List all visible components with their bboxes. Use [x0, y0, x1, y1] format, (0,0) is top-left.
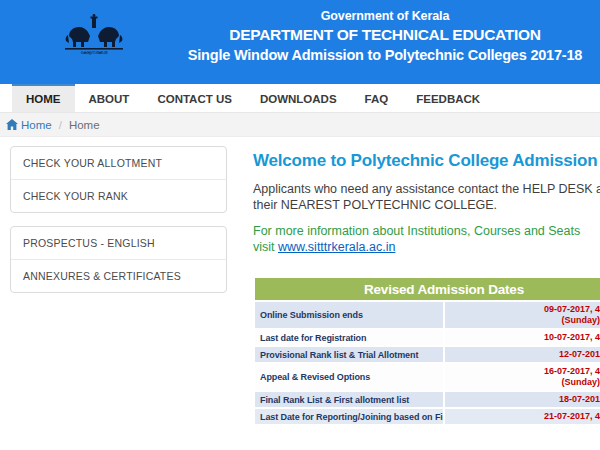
table-row: Final Rank List & First allotment list18… [255, 392, 600, 407]
event-label: Final Rank List & First allotment list [255, 392, 443, 407]
sidebar-item-check-your-rank[interactable]: CHECK YOUR RANK [11, 180, 226, 212]
tab-feedback[interactable]: FEEDBACK [402, 84, 494, 112]
admission-dates-table-title: Revised Admission Dates [255, 278, 600, 300]
more-info-paragraph: For more information about Institutions,… [253, 224, 580, 255]
page: { "header": { "line1": "Government of Ke… [0, 0, 600, 450]
sidebar-item-prospectus-english[interactable]: PROSPECTUS - ENGLISH [11, 227, 226, 260]
event-label: Last date for Registration [255, 330, 443, 345]
event-date-day: (Sunday) [445, 377, 600, 388]
more-info-line1: For more information about Institutions,… [253, 224, 580, 240]
event-date: 09-07-2017, 4(Sunday) [445, 302, 600, 328]
sidebar: CHECK YOUR ALLOTMENTCHECK YOUR RANKPROSP… [10, 146, 227, 306]
help-desk-line1: Applicants who need any assistance conta… [253, 182, 600, 198]
admission-dates-table: Revised Admission Dates Online Submissio… [253, 276, 600, 426]
emblem-caption: കേരള സർക്കാർ [52, 50, 136, 56]
event-label: Online Submission ends [255, 302, 443, 328]
sidebar-item-annexures-certificates[interactable]: ANNEXURES & CERTIFICATES [11, 260, 226, 292]
sidebar-card: PROSPECTUS - ENGLISHANNEXURES & CERTIFIC… [10, 226, 227, 293]
sitttr-website-link[interactable]: www.sitttrkerala.ac.in [278, 240, 395, 254]
table-row: Last date for Registration10-07-2017, 4 [255, 330, 600, 345]
table-row: Online Submission ends09-07-2017, 4(Sund… [255, 302, 600, 328]
breadcrumb-current-page: Home [69, 119, 100, 131]
table-row: Provisional Rank list & Trial Allotment1… [255, 347, 600, 362]
tab-home[interactable]: HOME [12, 84, 75, 112]
more-info-line2: visit www.sitttrkerala.ac.in [253, 240, 580, 256]
event-date-day: (Sunday) [445, 315, 600, 326]
tab-faq[interactable]: FAQ [351, 84, 403, 112]
event-date: 12-07-201 [445, 347, 600, 362]
breadcrumb: Home / Home [0, 112, 600, 137]
event-label: Appeal & Revised Options [255, 364, 443, 390]
sidebar-item-check-your-allotment[interactable]: CHECK YOUR ALLOTMENT [11, 147, 226, 180]
tab-downloads[interactable]: DOWNLOADS [246, 84, 351, 112]
help-desk-line2: their NEAREST POLYTECHNIC COLLEGE. [253, 198, 600, 214]
event-label: Provisional Rank list & Trial Allotment [255, 347, 443, 362]
breadcrumb-home-link[interactable]: Home [21, 119, 52, 131]
event-date: 18-07-201 [445, 392, 600, 407]
government-emblem-icon: കേരള സർക്കാർ [52, 14, 136, 62]
table-row: Last Date for Reporting/Joining based on… [255, 409, 600, 424]
breadcrumb-separator: / [59, 119, 62, 131]
table-row: Appeal & Revised Options16-07-2017, 4(Su… [255, 364, 600, 390]
tab-contact-us[interactable]: CONTACT US [143, 84, 246, 112]
admission-dates-table-body: Online Submission ends09-07-2017, 4(Sund… [255, 302, 600, 424]
event-date: 16-07-2017, 4(Sunday) [445, 364, 600, 390]
home-icon [6, 119, 18, 130]
event-label: Last Date for Reporting/Joining based on… [255, 409, 443, 424]
site-header: Government of Kerala DEPARTMENT OF TECHN… [0, 0, 600, 84]
help-desk-paragraph: Applicants who need any assistance conta… [253, 182, 600, 213]
main-navigation: HOMEABOUTCONTACT USDOWNLOADSFAQFEEDBACK [0, 84, 600, 112]
sidebar-card: CHECK YOUR ALLOTMENTCHECK YOUR RANK [10, 146, 227, 213]
tab-about[interactable]: ABOUT [75, 84, 144, 112]
more-info-visit-text: visit [253, 240, 278, 254]
event-date: 10-07-2017, 4 [445, 330, 600, 345]
welcome-heading: Welcome to Polytechnic College Admission… [253, 151, 600, 171]
event-date: 21-07-2017, 4 [445, 409, 600, 424]
